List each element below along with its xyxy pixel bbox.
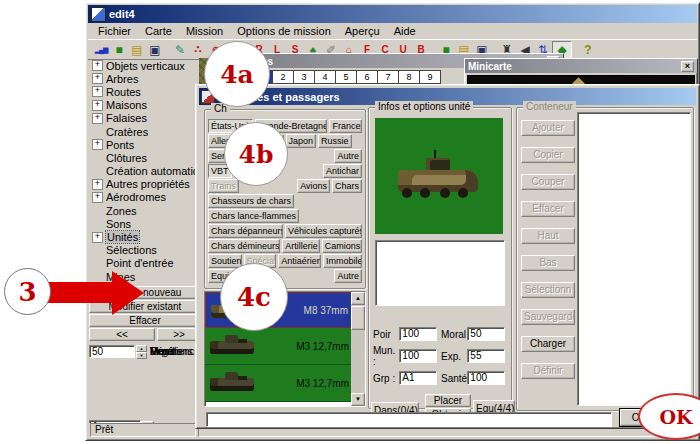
menu-item[interactable]: Mission bbox=[180, 24, 229, 38]
scroll-up-icon[interactable]: ▲ bbox=[351, 292, 365, 305]
expand-icon[interactable]: + bbox=[92, 73, 103, 84]
menu-item[interactable]: Carte bbox=[139, 24, 178, 38]
field-input[interactable]: 50 bbox=[467, 327, 505, 341]
category-button[interactable]: Chars bbox=[332, 179, 362, 193]
category-button[interactable]: Avions bbox=[297, 179, 330, 193]
units-icon[interactable]: ∴ bbox=[189, 42, 207, 58]
tree-item[interactable]: Clôtures bbox=[89, 151, 201, 164]
category-button[interactable]: Chars lance-flammes bbox=[208, 209, 299, 223]
M3 12,7mm[interactable]: M3 12,7mm bbox=[205, 365, 365, 402]
menu-item[interactable]: Options de mission bbox=[231, 24, 337, 38]
container-list[interactable] bbox=[577, 112, 691, 406]
category-button[interactable]: Chasseurs de chars bbox=[208, 194, 294, 208]
callout-step-4a: 4a bbox=[204, 41, 270, 107]
category-button[interactable]: Véhicules capturés bbox=[285, 224, 362, 238]
group-tab[interactable]: 8 bbox=[398, 70, 420, 84]
spin-down-icon[interactable]: ▼ bbox=[136, 352, 147, 359]
category-button[interactable]: Autre bbox=[334, 269, 362, 283]
prev-button[interactable]: << bbox=[89, 328, 155, 341]
tree-item[interactable]: Point d'entrée bbox=[89, 257, 201, 270]
category-button[interactable]: Chars dépanneurs bbox=[208, 224, 283, 238]
tree-item[interactable]: + Falaises bbox=[89, 112, 201, 125]
new-map-icon[interactable]: ■ bbox=[110, 42, 128, 58]
tree-item[interactable]: + Objets verticaux bbox=[89, 59, 201, 72]
expand-icon[interactable]: + bbox=[92, 139, 103, 150]
minicarte-titlebar[interactable]: Minicarte × bbox=[465, 59, 697, 73]
group-tab[interactable]: 2 bbox=[272, 70, 294, 84]
container-button[interactable]: Haut bbox=[521, 228, 575, 244]
group-tab[interactable]: 4 bbox=[314, 70, 336, 84]
tree-item[interactable]: Zones bbox=[89, 204, 201, 217]
group-tab[interactable]: 7 bbox=[377, 70, 399, 84]
tree-item[interactable]: + Autres propriétés bbox=[89, 178, 201, 191]
category-button[interactable]: Artillerie bbox=[282, 239, 319, 253]
tree-item[interactable]: + Routes bbox=[89, 85, 201, 98]
container-button[interactable]: Ajouter bbox=[521, 120, 575, 136]
group-tab[interactable]: 9 bbox=[419, 70, 441, 84]
menu-item[interactable]: Fichier bbox=[92, 24, 137, 38]
field-input[interactable]: 100 bbox=[399, 349, 437, 363]
container-button[interactable]: Effacer bbox=[521, 201, 575, 217]
save-map-icon[interactable]: ▣ bbox=[146, 42, 164, 58]
container-button[interactable]: Bas bbox=[521, 255, 575, 271]
category-button[interactable]: Trains bbox=[208, 179, 239, 193]
menu-item[interactable]: Aperçu bbox=[339, 24, 386, 38]
container-button[interactable]: Charger bbox=[521, 336, 575, 352]
stats-icon[interactable]: ▂▄▆ bbox=[92, 42, 110, 58]
group-tab[interactable]: 5 bbox=[335, 70, 357, 84]
tree-item[interactable]: + Maisons bbox=[89, 99, 201, 112]
scroll-down-icon[interactable]: ▼ bbox=[351, 393, 365, 406]
open-map-icon[interactable]: ▤ bbox=[128, 42, 146, 58]
container-button[interactable]: Sélectionn bbox=[521, 282, 575, 298]
list-scrollbar[interactable]: ▲ ▼ bbox=[351, 292, 365, 406]
container-button[interactable]: Définir bbox=[521, 363, 575, 379]
expand-icon[interactable]: + bbox=[92, 113, 103, 124]
tree-item[interactable]: + Unités bbox=[89, 230, 201, 243]
delete-button[interactable]: Effacer bbox=[89, 314, 201, 327]
category-button[interactable]: Antichar bbox=[323, 164, 362, 178]
expand-icon[interactable]: + bbox=[92, 179, 103, 190]
field-label: Moral bbox=[441, 329, 467, 340]
group-tab[interactable]: 6 bbox=[356, 70, 378, 84]
tree-item[interactable]: Sélections bbox=[89, 244, 201, 257]
expand-icon[interactable]: + bbox=[92, 60, 103, 71]
M3 12,7mm[interactable]: M3 12,7mm bbox=[205, 328, 365, 365]
tree-item[interactable]: Cratères bbox=[89, 125, 201, 138]
expand-icon[interactable]: + bbox=[92, 232, 103, 243]
category-button[interactable]: Immobile bbox=[323, 254, 362, 268]
category-button[interactable]: Russie bbox=[318, 134, 352, 148]
menu-item[interactable]: Aide bbox=[388, 24, 422, 38]
container-button[interactable]: Couper bbox=[521, 174, 575, 190]
container-button[interactable]: Sauvegarde bbox=[521, 309, 575, 325]
spinner-buttons[interactable]: ▲▼ bbox=[136, 345, 147, 358]
field-input[interactable]: 55 bbox=[467, 349, 505, 363]
expand-icon[interactable]: + bbox=[92, 192, 103, 203]
field-input[interactable]: A1 bbox=[399, 371, 437, 385]
terrain-paint-icon[interactable]: ✎ bbox=[171, 42, 189, 58]
category-button[interactable]: France bbox=[329, 119, 362, 133]
help-icon[interactable]: ? bbox=[579, 42, 597, 58]
container-button[interactable]: Copier bbox=[521, 147, 575, 163]
group-tab[interactable]: 3 bbox=[293, 70, 315, 84]
field-input[interactable]: 100 bbox=[467, 371, 505, 385]
category-button[interactable]: Japon bbox=[286, 134, 317, 148]
close-icon[interactable]: × bbox=[681, 61, 694, 72]
tree-item[interactable]: + Arbres bbox=[89, 72, 201, 85]
category-button[interactable]: Camions bbox=[322, 239, 362, 253]
tree-item[interactable]: Sons bbox=[89, 217, 201, 230]
tree-item[interactable]: + Aérodromes bbox=[89, 191, 201, 204]
tree-item[interactable]: Création automatique bbox=[89, 165, 201, 178]
expand-icon[interactable]: + bbox=[92, 86, 103, 97]
scrollbar-thumb[interactable] bbox=[351, 306, 365, 330]
category-button[interactable]: Antiaérien bbox=[278, 254, 321, 268]
category-button[interactable]: Autre bbox=[334, 149, 362, 163]
spin-up-icon[interactable]: ▲ bbox=[136, 345, 147, 352]
stat-value-input[interactable]: 50 bbox=[89, 345, 135, 358]
field-input[interactable]: 100 bbox=[399, 327, 437, 341]
category-button[interactable]: Soutien bbox=[208, 254, 242, 268]
category-button[interactable]: Chars démineurs bbox=[208, 239, 280, 253]
tree-item[interactable]: + Ponts bbox=[89, 138, 201, 151]
placer-button[interactable]: Placer bbox=[425, 394, 471, 407]
window-titlebar[interactable]: edit4 bbox=[88, 5, 697, 23]
expand-icon[interactable]: + bbox=[92, 100, 103, 111]
